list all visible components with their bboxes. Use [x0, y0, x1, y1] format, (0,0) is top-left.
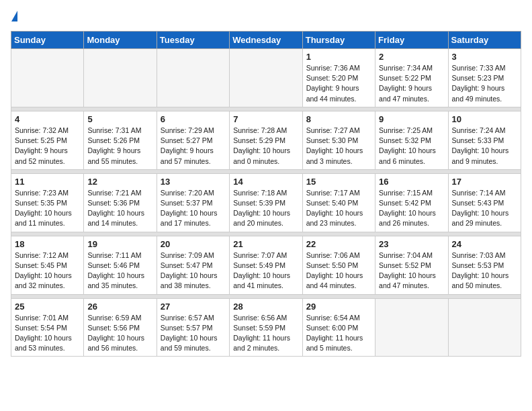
- calendar-cell: [230, 49, 302, 107]
- weekday-header-friday: Friday: [375, 32, 448, 49]
- calendar-cell: 17Sunrise: 7:14 AMSunset: 5:43 PMDayligh…: [448, 173, 521, 232]
- calendar-cell: 13Sunrise: 7:20 AMSunset: 5:37 PMDayligh…: [157, 173, 229, 232]
- weekday-header-monday: Monday: [84, 32, 157, 49]
- calendar-cell: 10Sunrise: 7:24 AMSunset: 5:33 PMDayligh…: [448, 111, 521, 169]
- calendar-cell: 2Sunrise: 7:34 AMSunset: 5:22 PMDaylight…: [375, 49, 448, 107]
- day-info: Sunrise: 7:20 AMSunset: 5:37 PMDaylight:…: [161, 188, 226, 229]
- day-number: 20: [161, 239, 226, 249]
- day-number: 7: [233, 114, 298, 124]
- day-number: 25: [15, 302, 80, 312]
- day-number: 17: [452, 177, 517, 187]
- day-number: 6: [161, 114, 226, 124]
- day-info: Sunrise: 7:01 AMSunset: 5:54 PMDaylight:…: [15, 313, 80, 354]
- day-info: Sunrise: 7:14 AMSunset: 5:43 PMDaylight:…: [452, 188, 517, 229]
- calendar-cell: 18Sunrise: 7:12 AMSunset: 5:45 PMDayligh…: [11, 236, 84, 294]
- day-number: 24: [452, 239, 517, 249]
- day-number: 12: [87, 177, 152, 187]
- calendar-cell: 29Sunrise: 6:54 AMSunset: 6:00 PMDayligh…: [302, 298, 375, 357]
- calendar-cell: 9Sunrise: 7:25 AMSunset: 5:32 PMDaylight…: [375, 111, 448, 169]
- calendar-cell: [84, 49, 157, 107]
- day-info: Sunrise: 7:23 AMSunset: 5:35 PMDaylight:…: [15, 188, 80, 229]
- day-number: 1: [306, 52, 371, 62]
- calendar-cell: 5Sunrise: 7:31 AMSunset: 5:26 PMDaylight…: [84, 111, 157, 169]
- day-info: Sunrise: 7:21 AMSunset: 5:36 PMDaylight:…: [87, 188, 152, 229]
- calendar-cell: 11Sunrise: 7:23 AMSunset: 5:35 PMDayligh…: [11, 173, 84, 232]
- day-number: 29: [306, 302, 371, 312]
- day-number: 11: [15, 177, 80, 187]
- calendar-cell: 15Sunrise: 7:17 AMSunset: 5:40 PMDayligh…: [302, 173, 375, 232]
- calendar-cell: 21Sunrise: 7:07 AMSunset: 5:49 PMDayligh…: [230, 236, 302, 294]
- day-number: 19: [87, 239, 152, 249]
- page-header: [11, 11, 521, 23]
- calendar-week-2: 4Sunrise: 7:32 AMSunset: 5:25 PMDaylight…: [11, 111, 521, 169]
- day-info: Sunrise: 6:57 AMSunset: 5:57 PMDaylight:…: [161, 313, 226, 354]
- day-info: Sunrise: 7:32 AMSunset: 5:25 PMDaylight:…: [15, 126, 80, 167]
- calendar-cell: 16Sunrise: 7:15 AMSunset: 5:42 PMDayligh…: [375, 173, 448, 232]
- calendar-cell: 23Sunrise: 7:04 AMSunset: 5:52 PMDayligh…: [375, 236, 448, 294]
- day-info: Sunrise: 6:59 AMSunset: 5:56 PMDaylight:…: [87, 313, 152, 354]
- calendar-cell: 26Sunrise: 6:59 AMSunset: 5:56 PMDayligh…: [84, 298, 157, 357]
- day-info: Sunrise: 7:24 AMSunset: 5:33 PMDaylight:…: [452, 126, 517, 167]
- calendar-cell: 8Sunrise: 7:27 AMSunset: 5:30 PMDaylight…: [302, 111, 375, 169]
- calendar-cell: 14Sunrise: 7:18 AMSunset: 5:39 PMDayligh…: [230, 173, 302, 232]
- calendar-week-3: 11Sunrise: 7:23 AMSunset: 5:35 PMDayligh…: [11, 173, 521, 232]
- calendar-week-1: 1Sunrise: 7:36 AMSunset: 5:20 PMDaylight…: [11, 49, 521, 107]
- day-number: 23: [379, 239, 444, 249]
- calendar-cell: [11, 49, 84, 107]
- day-info: Sunrise: 7:36 AMSunset: 5:20 PMDaylight:…: [306, 63, 371, 104]
- day-info: Sunrise: 7:27 AMSunset: 5:30 PMDaylight:…: [306, 126, 371, 167]
- day-info: Sunrise: 7:31 AMSunset: 5:26 PMDaylight:…: [87, 126, 152, 167]
- weekday-header-saturday: Saturday: [448, 32, 521, 49]
- day-number: 8: [306, 114, 371, 124]
- day-number: 9: [379, 114, 444, 124]
- day-info: Sunrise: 7:29 AMSunset: 5:27 PMDaylight:…: [161, 126, 226, 167]
- day-number: 21: [233, 239, 298, 249]
- day-info: Sunrise: 7:25 AMSunset: 5:32 PMDaylight:…: [379, 126, 444, 167]
- day-info: Sunrise: 7:12 AMSunset: 5:45 PMDaylight:…: [15, 250, 80, 291]
- day-info: Sunrise: 6:54 AMSunset: 6:00 PMDaylight:…: [306, 313, 371, 354]
- calendar-cell: 24Sunrise: 7:03 AMSunset: 5:53 PMDayligh…: [448, 236, 521, 294]
- weekday-header-wednesday: Wednesday: [230, 32, 302, 49]
- day-info: Sunrise: 6:56 AMSunset: 5:59 PMDaylight:…: [233, 313, 298, 354]
- calendar-cell: 19Sunrise: 7:11 AMSunset: 5:46 PMDayligh…: [84, 236, 157, 294]
- day-number: 10: [452, 114, 517, 124]
- day-info: Sunrise: 7:09 AMSunset: 5:47 PMDaylight:…: [161, 250, 226, 291]
- calendar-table: SundayMondayTuesdayWednesdayThursdayFrid…: [11, 31, 521, 357]
- calendar-cell: 22Sunrise: 7:06 AMSunset: 5:50 PMDayligh…: [302, 236, 375, 294]
- calendar-week-5: 25Sunrise: 7:01 AMSunset: 5:54 PMDayligh…: [11, 298, 521, 357]
- day-info: Sunrise: 7:18 AMSunset: 5:39 PMDaylight:…: [233, 188, 298, 229]
- calendar-cell: 12Sunrise: 7:21 AMSunset: 5:36 PMDayligh…: [84, 173, 157, 232]
- logo: [11, 11, 17, 23]
- logo-triangle-icon: [11, 11, 17, 21]
- calendar-cell: 3Sunrise: 7:33 AMSunset: 5:23 PMDaylight…: [448, 49, 521, 107]
- day-number: 22: [306, 239, 371, 249]
- calendar-cell: [157, 49, 229, 107]
- day-info: Sunrise: 7:03 AMSunset: 5:53 PMDaylight:…: [452, 250, 517, 291]
- day-info: Sunrise: 7:07 AMSunset: 5:49 PMDaylight:…: [233, 250, 298, 291]
- day-info: Sunrise: 7:33 AMSunset: 5:23 PMDaylight:…: [452, 63, 517, 104]
- day-number: 4: [15, 114, 80, 124]
- day-number: 18: [15, 239, 80, 249]
- calendar-cell: 20Sunrise: 7:09 AMSunset: 5:47 PMDayligh…: [157, 236, 229, 294]
- weekday-header-tuesday: Tuesday: [157, 32, 229, 49]
- calendar-cell: 27Sunrise: 6:57 AMSunset: 5:57 PMDayligh…: [157, 298, 229, 357]
- calendar-cell: 25Sunrise: 7:01 AMSunset: 5:54 PMDayligh…: [11, 298, 84, 357]
- day-number: 2: [379, 52, 444, 62]
- calendar-cell: [375, 298, 448, 357]
- day-number: 27: [161, 302, 226, 312]
- calendar-cell: 6Sunrise: 7:29 AMSunset: 5:27 PMDaylight…: [157, 111, 229, 169]
- calendar-cell: [448, 298, 521, 357]
- day-number: 26: [87, 302, 152, 312]
- weekday-header-thursday: Thursday: [302, 32, 375, 49]
- day-info: Sunrise: 7:34 AMSunset: 5:22 PMDaylight:…: [379, 63, 444, 104]
- day-info: Sunrise: 7:04 AMSunset: 5:52 PMDaylight:…: [379, 250, 444, 291]
- calendar-cell: 28Sunrise: 6:56 AMSunset: 5:59 PMDayligh…: [230, 298, 302, 357]
- calendar-cell: 1Sunrise: 7:36 AMSunset: 5:20 PMDaylight…: [302, 49, 375, 107]
- calendar-cell: 7Sunrise: 7:28 AMSunset: 5:29 PMDaylight…: [230, 111, 302, 169]
- weekday-header-sunday: Sunday: [11, 32, 84, 49]
- day-number: 13: [161, 177, 226, 187]
- calendar-week-4: 18Sunrise: 7:12 AMSunset: 5:45 PMDayligh…: [11, 236, 521, 294]
- day-info: Sunrise: 7:28 AMSunset: 5:29 PMDaylight:…: [233, 126, 298, 167]
- calendar-cell: 4Sunrise: 7:32 AMSunset: 5:25 PMDaylight…: [11, 111, 84, 169]
- day-number: 14: [233, 177, 298, 187]
